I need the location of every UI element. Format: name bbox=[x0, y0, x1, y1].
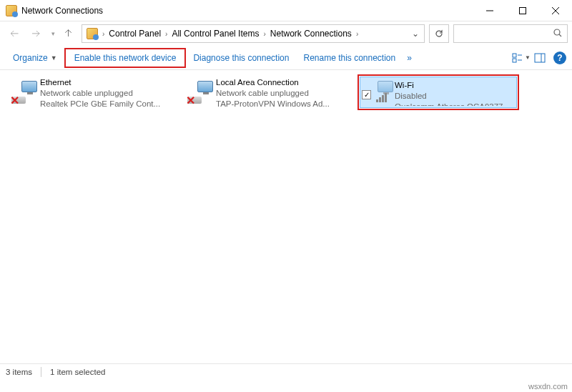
window-title: Network Connections bbox=[21, 6, 473, 16]
rename-button[interactable]: Rename this connection bbox=[296, 49, 403, 67]
svg-rect-1 bbox=[520, 7, 526, 14]
search-input[interactable] bbox=[453, 24, 568, 43]
history-dropdown[interactable]: ▾ bbox=[47, 24, 59, 44]
view-options-button[interactable]: ▼ bbox=[512, 49, 531, 67]
overflow-label: » bbox=[407, 53, 412, 63]
back-button[interactable]: 🡠 bbox=[4, 24, 24, 44]
organize-label: Organize bbox=[13, 53, 48, 63]
svg-point-4 bbox=[554, 29, 560, 35]
preview-pane-button[interactable] bbox=[531, 49, 549, 67]
connection-item-ethernet[interactable]: ✕ Ethernet Network cable unplugged Realt… bbox=[6, 74, 167, 110]
svg-rect-7 bbox=[513, 59, 516, 62]
toolbar: Organize▼ Enable this network device Dia… bbox=[0, 46, 572, 70]
connection-device: Qualcomm Atheros QCA9377... bbox=[395, 102, 513, 106]
diagnose-label: Diagnose this connection bbox=[193, 53, 289, 63]
breadcrumb[interactable]: Control Panel bbox=[106, 25, 164, 42]
item-count: 3 items bbox=[6, 368, 32, 376]
overflow-button[interactable]: » bbox=[403, 49, 416, 67]
connection-name: Ethernet bbox=[40, 77, 164, 88]
location-icon bbox=[87, 28, 98, 39]
minimize-button[interactable] bbox=[473, 0, 506, 21]
breadcrumb[interactable]: Network Connections bbox=[267, 25, 355, 42]
connection-name: Local Area Connection bbox=[216, 77, 340, 88]
chevron-right-icon[interactable]: › bbox=[355, 30, 360, 38]
address-dropdown[interactable]: ⌄ bbox=[408, 29, 423, 39]
up-button[interactable]: 🡡 bbox=[60, 24, 77, 44]
connection-name: Wi-Fi bbox=[395, 80, 513, 91]
forward-button[interactable]: 🡢 bbox=[26, 24, 46, 44]
svg-rect-6 bbox=[513, 54, 516, 57]
watermark: wsxdn.com bbox=[528, 382, 568, 391]
diagnose-button[interactable]: Diagnose this connection bbox=[186, 49, 296, 67]
window-icon bbox=[6, 5, 17, 16]
status-divider bbox=[41, 367, 41, 377]
chevron-right-icon[interactable]: › bbox=[262, 30, 267, 38]
connection-item-wifi[interactable]: ✓ Wi-Fi Disabled Qualcomm Atheros QCA937… bbox=[360, 77, 517, 108]
titlebar: Network Connections bbox=[0, 0, 572, 21]
address-bar[interactable]: › Control Panel › All Control Panel Item… bbox=[82, 24, 425, 43]
chevron-down-icon: ▼ bbox=[525, 54, 531, 61]
rename-label: Rename this connection bbox=[303, 53, 395, 63]
connection-item-wifi-highlight: ✓ Wi-Fi Disabled Qualcomm Atheros QCA937… bbox=[358, 74, 519, 110]
search-icon bbox=[553, 28, 563, 40]
chevron-down-icon: ▼ bbox=[51, 54, 57, 62]
svg-rect-10 bbox=[535, 54, 545, 62]
statusbar: 3 items 1 item selected bbox=[0, 363, 572, 379]
wifi-icon bbox=[363, 79, 395, 106]
enable-label: Enable this network device bbox=[74, 53, 177, 63]
connections-list: ✕ Ethernet Network cable unplugged Realt… bbox=[0, 70, 572, 375]
chevron-right-icon[interactable]: › bbox=[164, 30, 169, 38]
connection-device: TAP-ProtonVPN Windows Ad... bbox=[216, 99, 340, 109]
help-button[interactable]: ? bbox=[553, 52, 566, 64]
navbar: 🡠 🡢 ▾ 🡡 › Control Panel › All Control Pa… bbox=[0, 21, 572, 46]
refresh-button[interactable] bbox=[429, 24, 449, 43]
enable-device-button[interactable]: Enable this network device bbox=[64, 48, 187, 68]
close-button[interactable] bbox=[539, 0, 572, 21]
lan-icon: ✕ bbox=[184, 76, 216, 109]
chevron-right-icon[interactable]: › bbox=[101, 30, 106, 38]
connection-status: Disabled bbox=[395, 91, 513, 102]
maximize-button[interactable] bbox=[506, 0, 539, 21]
breadcrumb[interactable]: All Control Panel Items bbox=[169, 25, 262, 42]
connection-device: Realtek PCIe GbE Family Cont... bbox=[40, 99, 164, 109]
ethernet-icon: ✕ bbox=[9, 76, 40, 109]
connection-status: Network cable unplugged bbox=[40, 88, 164, 99]
connection-status: Network cable unplugged bbox=[216, 88, 340, 99]
svg-line-5 bbox=[559, 34, 561, 36]
organize-button[interactable]: Organize▼ bbox=[6, 49, 64, 67]
selected-count: 1 item selected bbox=[50, 368, 105, 376]
connection-item-lan[interactable]: ✕ Local Area Connection Network cable un… bbox=[182, 74, 343, 110]
